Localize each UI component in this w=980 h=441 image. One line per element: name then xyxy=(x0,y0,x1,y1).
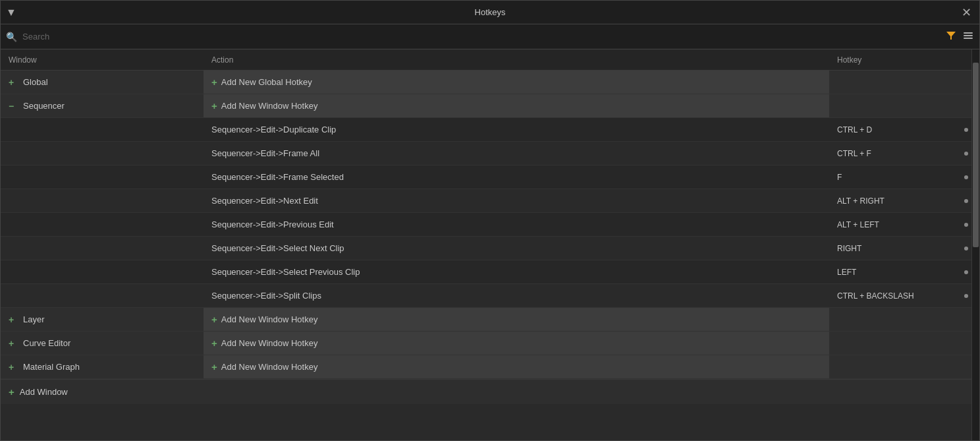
header-hotkey: Hotkey xyxy=(829,55,961,65)
global-hotkey-cell xyxy=(829,71,961,94)
add-window-plus-icon: + xyxy=(9,386,14,397)
search-icon: 🔍 xyxy=(6,32,17,42)
filter-icon[interactable] xyxy=(945,30,957,44)
scrollbar-thumb[interactable] xyxy=(973,63,979,247)
seq-split-action-cell: Sequencer->Edit->Split Clips xyxy=(204,284,829,307)
group-sequencer: − Sequencer + Add New Window Hotkey xyxy=(1,94,971,118)
seq-frall-bullet xyxy=(961,152,971,156)
seq-frsel-bullet xyxy=(961,175,971,179)
seq-split-bullet xyxy=(961,294,971,298)
group-curve-editor: + Curve Editor + Add New Window Hotkey xyxy=(1,332,971,355)
close-button[interactable]: ✕ xyxy=(962,7,971,18)
add-seq-plus-icon: + xyxy=(211,100,217,111)
add-material-graph-hotkey-label: Add New Window Hotkey xyxy=(221,362,318,372)
seq-prevedit-window-cell xyxy=(1,213,204,236)
global-label: Global xyxy=(23,77,48,87)
group-layer-name[interactable]: + Layer xyxy=(1,308,204,331)
seq-prevedit-bullet xyxy=(961,223,971,227)
add-window-row[interactable]: + Add Window xyxy=(1,379,971,404)
table-row: Sequencer->Edit->Frame All CTRL + F xyxy=(1,142,971,165)
sequencer-label: Sequencer xyxy=(23,101,65,111)
seq-selprev-hotkey-cell: LEFT xyxy=(829,260,961,283)
curve-editor-label: Curve Editor xyxy=(23,338,70,348)
add-material-graph-hotkey-button[interactable]: + Add New Window Hotkey xyxy=(204,355,829,378)
group-curve-editor-name[interactable]: + Curve Editor xyxy=(1,332,204,355)
global-expand-icon[interactable]: + xyxy=(9,77,18,88)
curve-editor-hotkey-cell xyxy=(829,332,961,355)
group-global-name[interactable]: + Global xyxy=(1,71,204,94)
material-graph-expand-icon[interactable]: + xyxy=(9,362,18,372)
scrollbar-track[interactable] xyxy=(971,49,979,440)
table-content: Window Action Hotkey + Global + Add New … xyxy=(1,49,971,440)
add-sequencer-hotkey-label: Add New Window Hotkey xyxy=(221,101,318,111)
material-graph-hotkey-cell xyxy=(829,355,961,378)
sequencer-expand-icon[interactable]: − xyxy=(9,101,18,111)
add-layer-plus-icon: + xyxy=(211,314,217,325)
layer-label: Layer xyxy=(23,314,45,324)
group-material-graph: + Material Graph + Add New Window Hotkey xyxy=(1,355,971,379)
seq-frall-window-cell xyxy=(1,142,204,165)
add-global-hotkey-button[interactable]: + Add New Global Hotkey xyxy=(204,71,829,94)
group-layer: + Layer + Add New Window Hotkey xyxy=(1,308,971,332)
seq-nextedit-action-cell: Sequencer->Edit->Next Edit xyxy=(204,189,829,212)
seq-dup-bullet xyxy=(961,128,971,132)
seq-selnext-action-cell: Sequencer->Edit->Select Next Clip xyxy=(204,237,829,260)
layer-hotkey-cell xyxy=(829,308,961,331)
table-row: Sequencer->Edit->Select Next Clip RIGHT xyxy=(1,237,971,260)
add-curve-editor-hotkey-label: Add New Window Hotkey xyxy=(221,338,318,348)
add-layer-hotkey-button[interactable]: + Add New Window Hotkey xyxy=(204,308,829,331)
seq-split-hotkey-cell: CTRL + BACKSLASH xyxy=(829,284,961,307)
table-row: Sequencer->Edit->Next Edit ALT + RIGHT xyxy=(1,189,971,213)
window-menu-icon[interactable]: ▼ xyxy=(6,7,16,18)
group-global: + Global + Add New Global Hotkey xyxy=(1,71,971,94)
seq-prevedit-action-cell: Sequencer->Edit->Previous Edit xyxy=(204,213,829,236)
seq-frsel-action-cell: Sequencer->Edit->Frame Selected xyxy=(204,165,829,189)
seq-nextedit-hotkey-cell: ALT + RIGHT xyxy=(829,189,961,212)
seq-nextedit-bullet xyxy=(961,199,971,203)
seq-selprev-action-cell: Sequencer->Edit->Select Previous Clip xyxy=(204,260,829,283)
sequencer-hotkey-cell xyxy=(829,94,961,117)
add-global-hotkey-label: Add New Global Hotkey xyxy=(221,77,312,87)
material-graph-label: Material Graph xyxy=(23,362,80,372)
table-row: Sequencer->Edit->Previous Edit ALT + LEF… xyxy=(1,213,971,237)
header-window: Window xyxy=(1,55,204,65)
seq-dup-action-cell: Sequencer->Edit->Duplicate Clip xyxy=(204,118,829,141)
add-global-plus-icon: + xyxy=(211,76,217,88)
table-row: Sequencer->Edit->Select Previous Clip LE… xyxy=(1,260,971,284)
group-material-graph-name[interactable]: + Material Graph xyxy=(1,355,204,378)
seq-selnext-bullet xyxy=(961,247,971,250)
add-curve-editor-hotkey-button[interactable]: + Add New Window Hotkey xyxy=(204,332,829,355)
table-container: Window Action Hotkey + Global + Add New … xyxy=(1,49,979,440)
add-layer-hotkey-label: Add New Window Hotkey xyxy=(221,314,318,324)
table-row: Sequencer->Edit->Frame Selected F xyxy=(1,165,971,189)
add-mat-plus-icon: + xyxy=(211,361,217,372)
curve-editor-expand-icon[interactable]: + xyxy=(9,338,18,349)
add-curve-plus-icon: + xyxy=(211,338,217,349)
svg-marker-0 xyxy=(946,32,956,40)
seq-selprev-window-cell xyxy=(1,260,204,283)
seq-frsel-window-cell xyxy=(1,165,204,189)
seq-selnext-window-cell xyxy=(1,237,204,260)
window-title: Hotkeys xyxy=(475,7,506,17)
seq-nextedit-window-cell xyxy=(1,189,204,212)
svg-rect-2 xyxy=(964,35,973,36)
seq-frall-hotkey-cell: CTRL + F xyxy=(829,142,961,165)
add-sequencer-hotkey-button[interactable]: + Add New Window Hotkey xyxy=(204,94,829,117)
layer-expand-icon[interactable]: + xyxy=(9,314,18,325)
table-row: Sequencer->Edit->Split Clips CTRL + BACK… xyxy=(1,284,971,308)
group-sequencer-name[interactable]: − Sequencer xyxy=(1,94,204,117)
seq-frsel-hotkey-cell: F xyxy=(829,165,961,189)
seq-prevedit-hotkey-cell: ALT + LEFT xyxy=(829,213,961,236)
hotkeys-window: ▼ Hotkeys ✕ 🔍 Window Action xyxy=(0,0,980,441)
search-input[interactable] xyxy=(22,32,940,42)
menu-icon[interactable] xyxy=(962,30,974,44)
svg-rect-1 xyxy=(964,32,973,34)
seq-frall-action-cell: Sequencer->Edit->Frame All xyxy=(204,142,829,165)
svg-rect-3 xyxy=(964,38,973,39)
seq-split-window-cell xyxy=(1,284,204,307)
seq-selprev-bullet xyxy=(961,270,971,274)
title-bar: ▼ Hotkeys ✕ xyxy=(1,1,979,24)
header-action: Action xyxy=(204,55,829,65)
table-header: Window Action Hotkey xyxy=(1,49,971,71)
search-bar: 🔍 xyxy=(1,24,979,49)
